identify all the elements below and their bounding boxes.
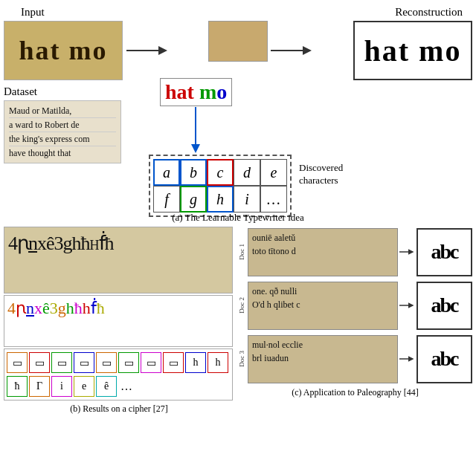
arrow-svg-1: [398, 244, 416, 259]
reconstruction-label: Reconstruction: [395, 6, 463, 19]
input-label: Input: [21, 6, 45, 19]
paleo-abc-3: abc: [431, 347, 458, 371]
input-text: hat mo: [19, 35, 108, 66]
seg-box-14: e: [74, 376, 94, 397]
dataset-section: Dataset Maud or Matilda, a ward to Rober…: [4, 85, 121, 163]
char-m: m: [199, 80, 216, 103]
seg-box-1: ▭: [7, 352, 28, 373]
seg-box-5: ▭: [96, 352, 117, 373]
seg-box-6: ▭: [118, 352, 139, 373]
seg-box-15: ê: [96, 376, 117, 397]
arrow-svg-2: [398, 298, 416, 313]
seg-box-10: h: [208, 352, 228, 373]
char-grid-container: a b c d e f g h i … Discoveredcharacters: [149, 155, 292, 217]
char-cell-h: h: [207, 186, 234, 213]
doc-3-label: Doc 3: [238, 351, 245, 367]
char-grid: a b c d e f g h i …: [149, 155, 292, 217]
caption-a: (a) The Learnable Typewriter idea: [0, 212, 476, 224]
dataset-line-1: Maud or Matilda,: [9, 104, 116, 118]
char-cell-i: i: [234, 186, 260, 213]
dataset-box: Maud or Matilda, a ward to Robert de the…: [4, 100, 121, 163]
cipher-manuscript-text: 4ꞃnxê3ghћhḟħ: [4, 227, 232, 260]
arrow-colorful-to-grid: [184, 106, 207, 154]
paleo-row-3: Doc 3 mul·nol ecclie brl iuadun: [238, 334, 472, 384]
cipher-colorized: 4ꞃnxê3ghћhḟħ: [4, 295, 233, 347]
seg-box-13: i: [51, 376, 72, 397]
char-cell-f: f: [153, 186, 180, 213]
char-t: t: [187, 80, 199, 103]
cipher-segmented: ▭ ▭ ▭ ▭ ▭ ▭ ▭ ▭ h h ħ Γ i e ê …: [4, 348, 233, 401]
char-cell-g: g: [180, 186, 207, 213]
paleo-abc-2: abc: [431, 294, 458, 317]
colorful-text-box: hat mo: [160, 78, 232, 106]
seg-box-8: ▭: [163, 352, 184, 373]
neural-network-box: [208, 21, 268, 62]
caption-b: (b) Results on a cipher [27]: [4, 403, 234, 415]
paleo-manuscript-3: mul·nol ecclie brl iuadun: [248, 335, 398, 383]
reconstruction-image: hat mo: [353, 21, 472, 80]
paleo-manuscript-2: one. qð nulli O'd h qlibet c: [248, 282, 398, 330]
arrow-input-to-center: [125, 43, 171, 58]
doc-1-label: Doc 1: [238, 244, 245, 260]
paleo-abc-1: abc: [431, 240, 458, 264]
char-cell-d: d: [234, 159, 260, 186]
char-cell-e: e: [260, 159, 287, 186]
top-section: Input Reconstruction hat mo hat mo: [0, 0, 476, 97]
seg-box-4: ▭: [74, 352, 94, 373]
char-cell-b: b: [180, 159, 207, 186]
seg-box-9: h: [185, 352, 206, 373]
cipher-section: 4ꞃnxê3ghћhḟħ 4ꞃnxê3ghћhḟħ ▭ ▭ ▭ ▭ ▭ ▭ ▭ …: [4, 227, 234, 415]
paleo-section: Doc 1 ouniē aaletŭ toto tītono d: [238, 227, 472, 398]
char-o: o: [216, 80, 227, 103]
paleo-manuscript-1: ouniē aaletŭ toto tītono d: [248, 228, 398, 276]
paleo-arrow-1: [398, 244, 416, 259]
discovered-characters-label: Discoveredcharacters: [299, 162, 373, 187]
caption-c: (c) Application to Paleography [44]: [238, 387, 472, 398]
cipher-manuscript-image: 4ꞃnxê3ghћhḟħ: [4, 227, 233, 294]
dataset-label: Dataset: [4, 85, 121, 98]
paleo-result-3: abc: [416, 335, 472, 383]
paleo-result-2: abc: [416, 282, 472, 330]
paleo-ms-text-2: one. qð nulli O'd h qlibet c: [248, 282, 397, 314]
seg-box-2: ▭: [29, 352, 50, 373]
seg-ellipsis: …: [120, 380, 132, 393]
input-image: hat mo: [4, 21, 123, 80]
seg-box-7: ▭: [141, 352, 161, 373]
cipher-colorized-text: 4ꞃnxê3ghћhḟħ: [4, 296, 232, 321]
arrow-center-to-reconstruction: [269, 43, 315, 58]
paleo-row-1: Doc 1 ouniē aaletŭ toto tītono d: [238, 227, 472, 277]
char-a: a: [177, 80, 187, 103]
char-cell-c: c: [207, 159, 234, 186]
main-container: Input Reconstruction hat mo hat mo: [0, 0, 476, 454]
dataset-line-3: the king's express com: [9, 132, 116, 146]
paleo-arrow-2: [398, 298, 416, 313]
colorful-hat-mo-area: hat mo: [160, 78, 232, 106]
char-h: h: [165, 80, 177, 103]
paleo-ms-text-3: mul·nol ecclie brl iuadun: [248, 336, 397, 367]
doc-2-label: Doc 2: [238, 297, 245, 314]
paleo-row-2: Doc 2 one. qð nulli O'd h qlibet c: [238, 280, 472, 331]
reconstruction-text: hat mo: [364, 33, 462, 68]
paleo-result-1: abc: [416, 228, 472, 276]
seg-box-3: ▭: [51, 352, 72, 373]
seg-box-11: ħ: [7, 376, 28, 397]
paleo-arrow-3: [398, 351, 416, 366]
char-cell-ellipsis: …: [260, 186, 287, 213]
dataset-line-4: have thought that: [9, 146, 116, 160]
arrow-svg-3: [398, 351, 416, 366]
seg-box-12: Γ: [29, 376, 50, 397]
paleo-ms-text-1: ouniē aaletŭ toto tītono d: [248, 229, 397, 260]
dataset-line-2: a ward to Robert de: [9, 118, 116, 132]
char-cell-a: a: [153, 159, 180, 186]
